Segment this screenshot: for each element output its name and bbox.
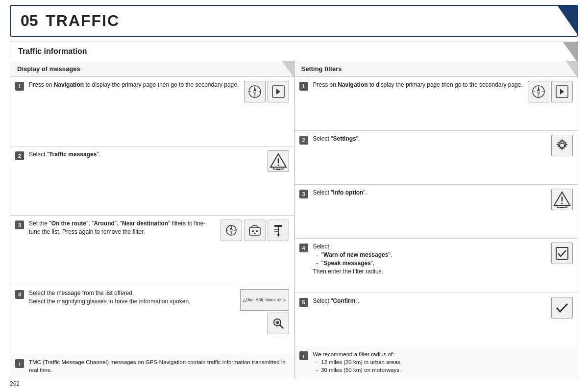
info-option-icon bbox=[551, 189, 573, 210]
right-column-header: Setting filters bbox=[294, 61, 578, 77]
left-step-2-content: Select "Traffic messages". bbox=[29, 150, 264, 159]
left-info-marker: i bbox=[15, 359, 24, 368]
right-step-2: 2 Select "Settings". bbox=[294, 131, 578, 185]
svg-rect-13 bbox=[276, 169, 280, 170]
right-column: Setting filters 1 Press on Navigation to… bbox=[294, 61, 578, 378]
around-filter-icon bbox=[244, 220, 266, 241]
left-step-2: 2 Select "Traffic messages". bbox=[10, 147, 294, 216]
right-arrow-right-box-icon bbox=[551, 81, 573, 102]
left-step-1-content: Press on Navigation to display the prima… bbox=[29, 81, 240, 89]
svg-rect-25 bbox=[274, 225, 282, 227]
right-info-content: We recommend a filter radius of: - 12 mi… bbox=[313, 350, 573, 374]
svg-rect-12 bbox=[273, 167, 283, 169]
right-step-4-number: 4 bbox=[299, 244, 308, 252]
left-step-3: 3 Set the "On the route", "Around", "Nea… bbox=[10, 216, 294, 285]
svg-rect-49 bbox=[560, 207, 564, 208]
section-title: Traffic information bbox=[10, 42, 578, 61]
right-step-2-number: 2 bbox=[299, 136, 308, 145]
near-destination-filter-icon bbox=[268, 220, 289, 241]
right-step-1-content: Press on Navigation to display the prima… bbox=[313, 81, 524, 89]
left-step-4-number: 4 bbox=[15, 290, 24, 299]
right-steps: 1 Press on Navigation to display the pri… bbox=[294, 77, 578, 346]
right-step-5-number: 5 bbox=[299, 298, 308, 307]
arrow-right-box-icon bbox=[268, 81, 289, 102]
svg-rect-48 bbox=[557, 205, 567, 207]
left-step-4-icons: △1km: A36, Voies rét ▷ bbox=[240, 289, 289, 334]
svg-point-22 bbox=[252, 230, 254, 232]
right-step-5-content: Select "Confirm". bbox=[313, 297, 548, 305]
svg-line-31 bbox=[280, 325, 283, 328]
chapter-header: 05 TRAFFIC bbox=[10, 5, 578, 37]
left-step-4: 4 Select the message from the list offer… bbox=[10, 285, 294, 354]
svg-marker-43 bbox=[560, 89, 564, 95]
page: 05 TRAFFIC Traffic information Display o… bbox=[0, 0, 588, 392]
svg-rect-50 bbox=[556, 247, 568, 259]
left-step-3-icons bbox=[220, 220, 289, 241]
svg-point-47 bbox=[562, 203, 563, 204]
chapter-title: TRAFFIC bbox=[46, 12, 120, 29]
right-step-1-icons bbox=[528, 81, 573, 102]
left-step-3-content: Set the "On the route", "Around", "Near … bbox=[29, 220, 217, 236]
chapter-number: 05 bbox=[21, 12, 38, 29]
left-info-content: TMC (Traffic Message Channel) messages o… bbox=[29, 358, 289, 374]
svg-point-23 bbox=[256, 230, 258, 232]
svg-rect-24 bbox=[254, 233, 256, 234]
nav-compass-icon bbox=[244, 81, 266, 102]
section-wrapper: Traffic information Display of messages … bbox=[10, 42, 578, 378]
left-step-2-icons bbox=[268, 150, 289, 172]
right-nav-compass-icon bbox=[528, 81, 549, 102]
confirm-checkmark-icon bbox=[551, 297, 573, 318]
magnify-icon bbox=[268, 313, 289, 334]
right-step-5-icons bbox=[551, 297, 573, 318]
left-column-header: Display of messages bbox=[10, 61, 294, 77]
left-steps: 1 Press on Navigation to display the pri… bbox=[10, 77, 294, 354]
right-step-1-number: 1 bbox=[299, 82, 308, 91]
right-step-2-content: Select "Settings". bbox=[313, 135, 548, 143]
right-step-3-content: Select "Info option". bbox=[313, 189, 548, 197]
right-step-4: 4 Select: - "Warn of new messages", - "S… bbox=[294, 239, 578, 293]
left-step-1: 1 Press on Navigation to display the pri… bbox=[10, 77, 294, 147]
right-step-3: 3 Select "Info option". bbox=[294, 185, 578, 239]
svg-point-11 bbox=[277, 164, 279, 166]
right-step-5: 5 Select "Confirm". bbox=[294, 293, 578, 346]
list-display-icon: △1km: A36, Voies rét ▷ bbox=[240, 289, 289, 311]
page-footer: 262 bbox=[10, 378, 578, 387]
right-step-3-number: 3 bbox=[299, 190, 308, 198]
right-step-4-icons bbox=[551, 243, 573, 264]
columns: Display of messages 1 Press on Navigatio… bbox=[10, 61, 578, 378]
route-filter-icon bbox=[220, 220, 242, 241]
right-step-4-content: Select: - "Warn of new messages", - "Spe… bbox=[313, 243, 548, 275]
settings-gear-icon bbox=[551, 135, 573, 156]
right-step-3-icons bbox=[551, 189, 573, 210]
right-info-note: i We recommend a filter radius of: - 12 … bbox=[294, 346, 578, 378]
right-info-marker: i bbox=[299, 351, 308, 360]
left-info-note: i TMC (Traffic Message Channel) messages… bbox=[10, 354, 294, 378]
left-step-1-icons bbox=[244, 81, 289, 102]
left-step-1-number: 1 bbox=[15, 82, 24, 91]
right-step-1: 1 Press on Navigation to display the pri… bbox=[294, 77, 578, 131]
right-step-2-icons bbox=[551, 135, 573, 156]
svg-marker-29 bbox=[277, 234, 280, 237]
page-number: 262 bbox=[10, 380, 20, 387]
left-step-2-number: 2 bbox=[15, 151, 24, 160]
left-column: Display of messages 1 Press on Navigatio… bbox=[10, 61, 294, 378]
traffic-messages-icon bbox=[268, 150, 289, 172]
svg-marker-8 bbox=[276, 89, 280, 95]
left-step-3-number: 3 bbox=[15, 220, 24, 229]
left-step-4-content: Select the message from the list offered… bbox=[29, 289, 236, 306]
checkbox-icon bbox=[551, 243, 573, 264]
